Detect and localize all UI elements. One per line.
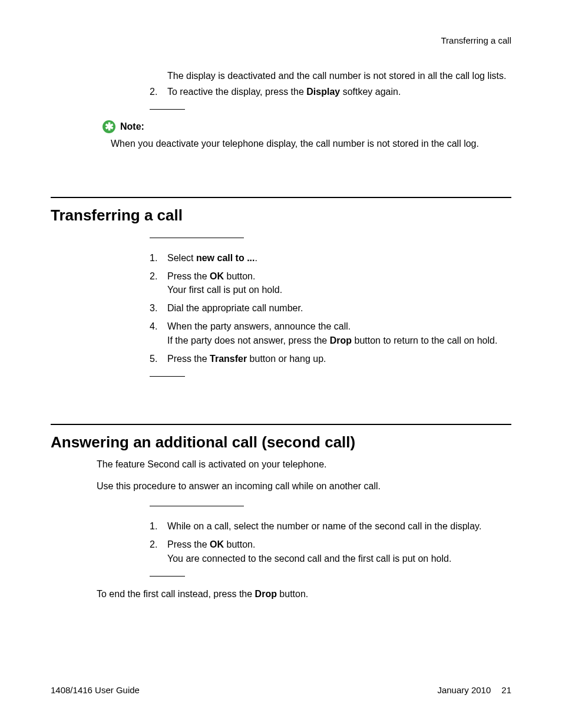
- medium-rule: [150, 238, 244, 238]
- footer-page-number: 21: [501, 685, 511, 695]
- note-label: Note:: [120, 121, 144, 132]
- list-item: Press the OK button. Your first call is …: [150, 269, 511, 297]
- medium-rule: [150, 506, 244, 506]
- short-rule: [150, 109, 185, 110]
- footer-date: January 2010: [437, 685, 491, 695]
- section1-steps-block: Select new call to .... Press the OK but…: [150, 238, 511, 377]
- list-item: Dial the appropriate call number.: [150, 301, 511, 315]
- continuation-text: The display is deactivated and the call …: [150, 69, 511, 83]
- list-item: Press the OK button. You are connected t…: [150, 538, 511, 565]
- step-text-pre: Press the: [167, 354, 210, 364]
- note-icon: ✱: [103, 120, 115, 133]
- step-text-bold: OK: [210, 539, 224, 549]
- top-ordered-list: To reactive the display, press the Displ…: [150, 85, 511, 98]
- page-footer: 1408/1416 User Guide January 2010 21: [51, 685, 511, 695]
- section-title-answering: Answering an additional call (second cal…: [51, 433, 511, 452]
- step-text-bold: OK: [210, 271, 224, 281]
- short-rule: [150, 576, 185, 577]
- step-text-bold: new call to ...: [196, 253, 255, 263]
- list-item: While on a call, select the number or na…: [150, 519, 511, 533]
- step-text-bold: Display: [306, 87, 340, 97]
- list-item: Select new call to ....: [150, 251, 511, 265]
- end-text-post: button.: [277, 589, 308, 599]
- step-text-line1: When the party answers, announce the cal…: [167, 321, 351, 331]
- step-text-line2: You are connected to the second call and…: [167, 554, 451, 564]
- note-block: ✱ Note: When you deactivate your telepho…: [103, 120, 511, 150]
- step-text-bold: Drop: [330, 335, 352, 345]
- list-item: Press the Transfer button or hang up.: [150, 352, 511, 365]
- step-text-bold: Transfer: [210, 354, 247, 364]
- step-text-post: button.: [224, 539, 255, 549]
- short-rule: [150, 376, 185, 377]
- end-paragraph: To end the first call instead, press the…: [97, 587, 511, 601]
- footer-left: 1408/1416 User Guide: [51, 685, 140, 695]
- step-text-pre: Select: [167, 253, 196, 263]
- page-header-breadcrumb: Transferring a call: [51, 35, 511, 45]
- step-text-post: button.: [224, 271, 255, 281]
- list-item: When the party answers, announce the cal…: [150, 319, 511, 347]
- step-text-pre: To reactive the display, press the: [167, 87, 306, 97]
- section-divider: [51, 197, 511, 198]
- top-continuation-block: The display is deactivated and the call …: [150, 69, 511, 110]
- intro-paragraph-1: The feature Second call is activated on …: [97, 457, 511, 471]
- list-item: To reactive the display, press the Displ…: [150, 85, 511, 98]
- section2-steps-block: While on a call, select the number or na…: [150, 506, 511, 577]
- note-head: ✱ Note:: [103, 120, 511, 133]
- step-text-post: button or hang up.: [247, 354, 326, 364]
- step-text-post: softkey again.: [340, 87, 401, 97]
- section2-ordered-list: While on a call, select the number or na…: [150, 519, 511, 565]
- section1-ordered-list: Select new call to .... Press the OK but…: [150, 251, 511, 365]
- step-text-pre: If the party does not answer, press the: [167, 335, 330, 345]
- step-text-post: button to return to the call on hold.: [352, 335, 497, 345]
- end-text-pre: To end the first call instead, press the: [97, 589, 255, 599]
- step-text-line2: Your first call is put on hold.: [167, 285, 282, 295]
- end-text-bold: Drop: [255, 589, 277, 599]
- section-divider: [51, 424, 511, 425]
- step-text-pre: Press the: [167, 271, 210, 281]
- step-text-post: .: [255, 253, 257, 263]
- note-text: When you deactivate your telephone displ…: [111, 137, 511, 150]
- section-title-transferring: Transferring a call: [51, 206, 511, 225]
- step-text-pre: Press the: [167, 539, 210, 549]
- intro-paragraph-2: Use this procedure to answer an incoming…: [97, 479, 511, 493]
